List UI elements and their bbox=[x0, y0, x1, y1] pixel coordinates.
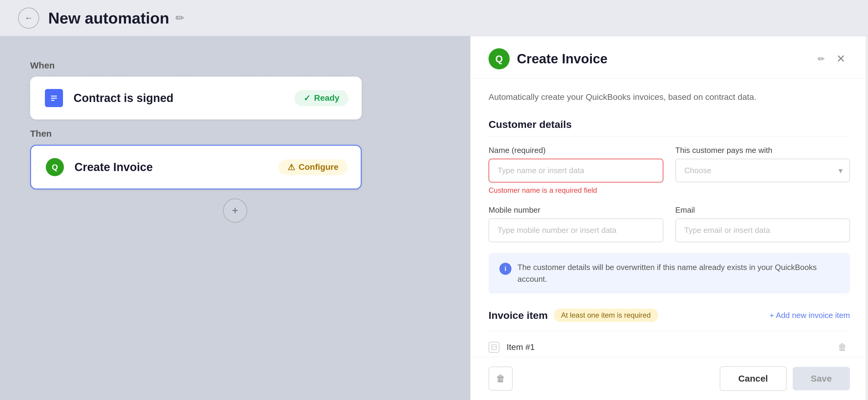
trigger-card[interactable]: Contract is signed ✓ Ready bbox=[30, 77, 362, 119]
when-label: When bbox=[30, 60, 440, 70]
email-label: Email bbox=[675, 205, 850, 215]
title-edit-icon[interactable]: ✏ bbox=[176, 12, 184, 24]
payment-label: This customer pays me with bbox=[675, 146, 850, 155]
item-checkbox bbox=[489, 342, 499, 353]
close-button[interactable]: ✕ bbox=[832, 50, 850, 68]
name-payment-row: Name (required) Customer name is a requi… bbox=[489, 146, 850, 195]
name-field-group: Name (required) Customer name is a requi… bbox=[489, 146, 663, 195]
delete-button[interactable]: 🗑 bbox=[489, 367, 513, 391]
panel-title: Create Invoice bbox=[517, 51, 810, 66]
svg-rect-1 bbox=[51, 96, 57, 96]
payment-select[interactable]: Choose bbox=[675, 159, 850, 182]
mobile-label: Mobile number bbox=[489, 205, 663, 215]
ready-check-icon: ✓ bbox=[304, 93, 310, 103]
main-area: When Contract is signed ✓ Ready Then bbox=[0, 36, 868, 400]
mobile-input[interactable] bbox=[489, 219, 663, 242]
action-card[interactable]: Q Create Invoice ⚠ Configure bbox=[30, 145, 362, 190]
mobile-email-row: Mobile number Email bbox=[489, 205, 850, 242]
invoice-section-title: Invoice item bbox=[489, 310, 548, 321]
add-invoice-item-button[interactable]: + Add new invoice item bbox=[770, 311, 850, 320]
name-error-text: Customer name is a required field bbox=[489, 186, 663, 195]
flow-canvas: When Contract is signed ✓ Ready Then bbox=[0, 36, 470, 400]
panel-edit-icon[interactable]: ✏ bbox=[818, 54, 825, 64]
right-panel: Q Create Invoice ✏ ✕ Automatically creat… bbox=[470, 36, 868, 400]
back-button[interactable]: ← bbox=[18, 7, 39, 29]
customer-section-title: Customer details bbox=[489, 119, 850, 137]
panel-description: Automatically create your QuickBooks inv… bbox=[489, 91, 850, 104]
page-title: New automation bbox=[48, 9, 169, 27]
item-number: Item #1 bbox=[507, 342, 828, 352]
panel-body: Automatically create your QuickBooks inv… bbox=[470, 79, 868, 357]
action-card-title: Create Invoice bbox=[74, 161, 270, 174]
name-label: Name (required) bbox=[489, 146, 663, 155]
trigger-card-title: Contract is signed bbox=[73, 92, 285, 105]
mobile-field-group: Mobile number bbox=[489, 205, 663, 242]
invoice-item-header: Invoice item At least one item is requir… bbox=[489, 309, 850, 322]
then-label: Then bbox=[30, 128, 440, 139]
payment-field-group: This customer pays me with Choose bbox=[675, 146, 850, 195]
save-button[interactable]: Save bbox=[793, 367, 850, 390]
configure-warning-icon: ⚠ bbox=[287, 162, 295, 172]
svg-rect-2 bbox=[51, 98, 57, 98]
document-icon bbox=[43, 87, 64, 109]
svg-rect-3 bbox=[51, 100, 55, 101]
item-delete-icon[interactable]: 🗑 bbox=[835, 340, 850, 355]
info-icon: i bbox=[499, 263, 512, 275]
required-badge: At least one item is required bbox=[554, 309, 658, 322]
email-input[interactable] bbox=[675, 219, 850, 242]
ready-status-badge: ✓ Ready bbox=[294, 90, 348, 106]
panel-footer: 🗑 Cancel Save bbox=[470, 357, 868, 400]
quickbooks-logo: Q bbox=[489, 48, 510, 69]
configure-status-badge: ⚠ Configure bbox=[278, 159, 347, 175]
info-text: The customer details will be overwritten… bbox=[518, 261, 839, 285]
add-step-button[interactable]: + bbox=[223, 199, 247, 223]
cancel-button[interactable]: Cancel bbox=[720, 366, 786, 391]
quickbooks-small-icon: Q bbox=[44, 156, 65, 178]
payment-select-wrapper: Choose bbox=[675, 159, 850, 182]
email-field-group: Email bbox=[675, 205, 850, 242]
panel-header: Q Create Invoice ✏ ✕ bbox=[470, 36, 868, 79]
top-bar: ← New automation ✏ bbox=[0, 0, 868, 36]
info-box: i The customer details will be overwritt… bbox=[489, 253, 850, 293]
name-input[interactable] bbox=[489, 159, 663, 182]
invoice-item-row: Item #1 🗑 bbox=[489, 331, 850, 357]
